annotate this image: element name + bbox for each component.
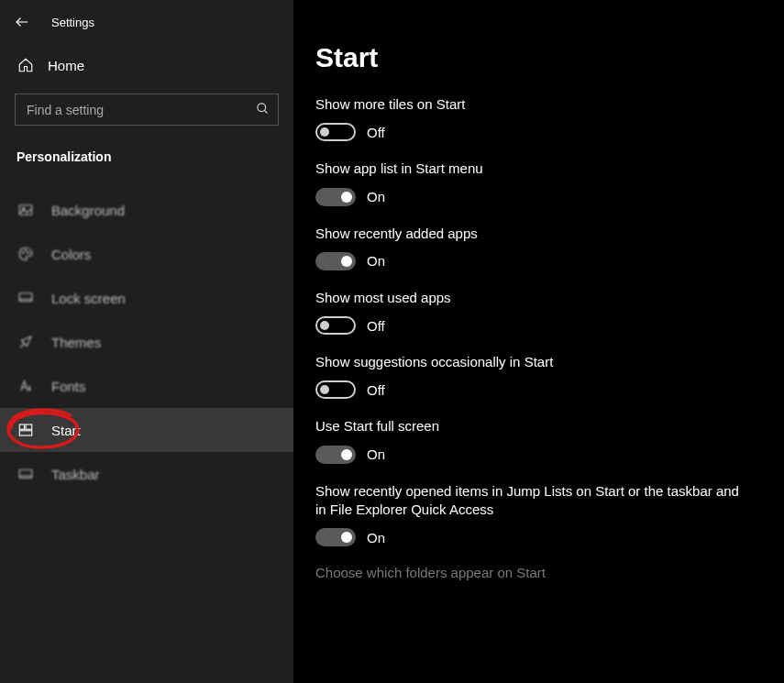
home-icon bbox=[17, 57, 35, 73]
toggle-state-text: Off bbox=[367, 318, 385, 334]
themes-icon bbox=[17, 334, 35, 350]
app-title: Settings bbox=[51, 16, 94, 29]
toggle-most-used[interactable] bbox=[315, 316, 356, 335]
section-label: Personalization bbox=[0, 133, 293, 170]
setting-label: Show more tiles on Start bbox=[315, 95, 746, 114]
svg-rect-8 bbox=[19, 293, 32, 302]
setting-label: Use Start full screen bbox=[315, 417, 746, 435]
fonts-icon bbox=[17, 378, 35, 394]
sidebar-item-themes[interactable]: Themes bbox=[0, 320, 293, 364]
toggle-state-text: Off bbox=[367, 382, 385, 398]
toggle-suggestions[interactable] bbox=[315, 380, 356, 399]
picture-icon bbox=[17, 202, 35, 218]
svg-rect-12 bbox=[19, 431, 32, 435]
svg-point-5 bbox=[22, 252, 24, 254]
sidebar-item-colors[interactable]: Colors bbox=[0, 232, 293, 276]
sidebar-item-label: Themes bbox=[51, 335, 101, 350]
back-arrow-icon bbox=[14, 14, 30, 30]
setting-suggestions: Show suggestions occasionally in Start O… bbox=[315, 353, 746, 399]
svg-rect-10 bbox=[19, 424, 24, 429]
setting-most-used: Show most used apps Off bbox=[315, 289, 746, 335]
toggle-state-text: On bbox=[367, 253, 385, 269]
sidebar-item-label: Fonts bbox=[51, 379, 86, 394]
toggle-state-text: Off bbox=[367, 125, 385, 140]
search-container bbox=[15, 94, 279, 126]
start-tiles-icon bbox=[17, 422, 35, 438]
choose-folders-link[interactable]: Choose which folders appear on Start bbox=[315, 565, 762, 580]
svg-point-7 bbox=[28, 252, 29, 254]
setting-recently-added: Show recently added apps On bbox=[315, 225, 746, 270]
settings-sidebar: Settings Home Personalization Background… bbox=[0, 0, 293, 683]
sidebar-item-taskbar[interactable]: Taskbar bbox=[0, 452, 293, 496]
toggle-jump-lists[interactable] bbox=[315, 528, 356, 546]
home-label: Home bbox=[48, 58, 84, 73]
sidebar-item-label: Lock screen bbox=[51, 291, 126, 306]
toggle-state-text: On bbox=[367, 446, 385, 462]
setting-jump-lists: Show recently opened items in Jump Lists… bbox=[315, 482, 746, 547]
lockscreen-icon bbox=[17, 290, 35, 306]
setting-full-screen: Use Start full screen On bbox=[315, 417, 746, 463]
setting-label: Show most used apps bbox=[315, 289, 746, 307]
toggle-state-text: On bbox=[367, 189, 385, 204]
setting-label: Show recently added apps bbox=[315, 225, 746, 243]
sidebar-item-lockscreen[interactable]: Lock screen bbox=[0, 276, 293, 320]
page-title: Start bbox=[315, 42, 762, 73]
setting-app-list: Show app list in Start menu On bbox=[315, 160, 746, 205]
setting-label: Show suggestions occasionally in Start bbox=[315, 353, 746, 371]
palette-icon bbox=[17, 246, 35, 262]
taskbar-icon bbox=[17, 466, 35, 482]
sidebar-item-label: Taskbar bbox=[51, 467, 100, 482]
setting-more-tiles: Show more tiles on Start Off bbox=[315, 95, 746, 141]
sidebar-item-label: Background bbox=[51, 203, 125, 218]
sidebar-item-background[interactable]: Background bbox=[0, 188, 293, 232]
sidebar-item-label: Colors bbox=[51, 247, 91, 262]
svg-point-6 bbox=[25, 250, 27, 252]
svg-rect-11 bbox=[26, 424, 32, 429]
home-nav-item[interactable]: Home bbox=[0, 44, 293, 86]
toggle-full-screen[interactable] bbox=[315, 446, 356, 464]
sidebar-item-start[interactable]: Start bbox=[0, 408, 293, 452]
sidebar-item-fonts[interactable]: Fonts bbox=[0, 364, 293, 408]
sidebar-item-label: Start bbox=[51, 423, 81, 438]
nav-list: Background Colors Lock screen Themes Fon… bbox=[0, 188, 293, 496]
setting-label: Show recently opened items in Jump Lists… bbox=[315, 482, 746, 520]
back-button[interactable] bbox=[7, 7, 37, 37]
toggle-recently-added[interactable] bbox=[315, 252, 356, 270]
search-input[interactable] bbox=[15, 94, 279, 126]
toggle-app-list[interactable] bbox=[315, 188, 356, 206]
toggle-state-text: On bbox=[367, 530, 385, 545]
svg-rect-13 bbox=[19, 470, 32, 479]
content-pane: Start Show more tiles on Start Off Show … bbox=[293, 0, 784, 683]
titlebar: Settings bbox=[0, 0, 293, 44]
toggle-more-tiles[interactable] bbox=[315, 123, 356, 141]
setting-label: Show app list in Start menu bbox=[315, 160, 746, 178]
